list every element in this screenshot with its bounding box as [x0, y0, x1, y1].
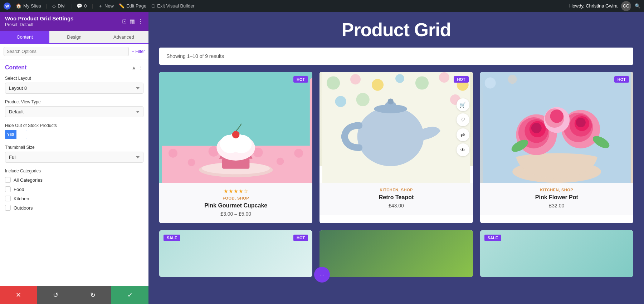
svg-point-31 — [388, 98, 394, 104]
cart-action-icon[interactable]: 🛒 — [457, 98, 469, 111]
admin-bar-new[interactable]: ＋ New — [98, 3, 114, 9]
include-categories-label: Include Categories — [5, 168, 143, 173]
cancel-button[interactable]: ✕ — [0, 286, 37, 304]
thumbnail-size-dropdown[interactable]: Full LargeMediumSmallThumbnail — [5, 152, 143, 163]
search-row: + Filter — [0, 44, 148, 59]
tab-design[interactable]: Design — [49, 31, 99, 43]
main-area: Woo Product Grid Settings Preset: Defaul… — [0, 12, 644, 304]
editpage-label: Edit Page — [126, 3, 146, 9]
admin-bar-exit-builder[interactable]: ⬡ Exit Visual Builder — [151, 3, 195, 9]
thumbnail-size-label: Thumbnail Size — [5, 145, 143, 150]
svg-point-18 — [327, 76, 340, 89]
hide-out-of-stock-toggle[interactable]: YES — [5, 130, 26, 139]
bottom-card-1-image: SALE HOT — [159, 230, 312, 277]
redo-button[interactable]: ↻ — [74, 286, 112, 304]
admin-bar-editpage[interactable]: ✏️ Edit Page — [119, 3, 146, 9]
tab-advanced[interactable]: Advanced — [99, 31, 148, 43]
price-flowerpot: £32.00 — [486, 203, 628, 209]
svg-point-34 — [508, 75, 517, 84]
svg-point-19 — [350, 74, 361, 84]
panel-layout-icon[interactable]: ▦ — [130, 18, 135, 25]
svg-point-2 — [169, 149, 177, 158]
admin-bar-divi[interactable]: ◇ Divi — [52, 3, 65, 9]
new-label: New — [104, 3, 114, 9]
category-checkbox-outdoors[interactable] — [5, 205, 11, 211]
tab-content[interactable]: Content — [0, 31, 49, 43]
product-info-cupcake: ★★★★☆ FOOD, SHOP Pink Gourmet Cupcake £3… — [159, 183, 312, 223]
admin-bar-comments[interactable]: 💬 0 — [77, 3, 87, 9]
section-collapse-icon[interactable]: ▲ — [131, 65, 136, 70]
quickview-action-icon[interactable]: 👁 — [457, 143, 469, 156]
admin-bar: W 🏠 My Sites | ◇ Divi | 💬 0 | ＋ New ✏️ E… — [0, 0, 644, 12]
comment-count: 0 — [84, 3, 87, 9]
product-card-teapot: HOT 🛒 ♡ ⇄ 👁 🛒 Add To Cart — [319, 72, 473, 223]
search-input[interactable] — [4, 47, 129, 56]
hot-badge-cupcake: HOT — [293, 76, 308, 83]
svg-point-3 — [188, 159, 195, 166]
svg-point-23 — [439, 72, 449, 83]
hot-badge-teapot: HOT — [454, 76, 468, 83]
svg-point-25 — [335, 96, 346, 107]
cupcake-illustration — [159, 72, 312, 183]
right-content: Product Grid Showing 1–10 of 9 results H… — [148, 12, 644, 304]
product-image-wrap-flowerpot: HOT — [480, 72, 633, 183]
exit-label: Exit Visual Builder — [157, 3, 195, 9]
product-grid: HOT — [159, 72, 633, 223]
redo-icon: ↻ — [90, 291, 96, 299]
svg-point-33 — [484, 78, 496, 89]
wishlist-action-icon[interactable]: ♡ — [457, 113, 469, 126]
filter-button[interactable]: + Filter — [132, 49, 145, 54]
search-icon[interactable]: 🔍 — [635, 3, 640, 9]
hot-badge-bottom1: HOT — [293, 235, 308, 241]
panel-menu-icon[interactable]: ⋮ — [138, 18, 143, 25]
name-cupcake: Pink Gourmet Cupcake — [165, 202, 307, 209]
svg-point-20 — [372, 79, 384, 91]
sale-badge-3: SALE — [484, 235, 501, 241]
category-item-kitchen: Kitchen — [5, 194, 143, 203]
svg-point-7 — [277, 158, 284, 165]
wp-logo-icon[interactable]: W — [4, 3, 11, 10]
dots-icon: ··· — [319, 271, 325, 279]
stars-cupcake: ★★★★☆ — [165, 188, 307, 195]
category-checkbox-all[interactable] — [5, 177, 11, 183]
compare-action-icon[interactable]: ⇄ — [457, 128, 469, 141]
product-view-type-dropdown[interactable]: Default Quick View Slide — [5, 106, 143, 117]
save-button[interactable]: ✓ — [111, 286, 148, 304]
exit-icon: ⬡ — [151, 3, 155, 9]
bottom-card-1: SALE HOT — [159, 230, 312, 277]
bottom-toolbar: ✕ ↺ ↻ ✓ — [0, 286, 148, 304]
sale-badge-1: SALE — [164, 235, 180, 241]
save-icon: ✓ — [127, 291, 133, 299]
content-section-title: Content — [5, 64, 26, 71]
admin-bar-mysites[interactable]: 🏠 My Sites — [16, 3, 41, 9]
comment-icon: 💬 — [77, 3, 82, 9]
select-layout-field: Select Layout Layout 8 Layout 1Layout 2L… — [5, 76, 143, 94]
thumbnail-size-field: Thumbnail Size Full LargeMediumSmallThum… — [5, 145, 143, 163]
category-item-all: All Categories — [5, 175, 143, 185]
category-checkbox-food[interactable] — [5, 186, 11, 192]
panel-header-left: Woo Product Grid Settings Preset: Defaul… — [5, 15, 73, 27]
teapot-illustration — [319, 72, 473, 183]
categories-cupcake: FOOD, SHOP — [165, 196, 307, 200]
bottom-card-3: SALE — [480, 230, 633, 277]
section-more-icon[interactable]: ⋮ — [138, 65, 143, 70]
category-label-food: Food — [14, 187, 24, 192]
svg-point-40 — [531, 123, 542, 133]
include-categories-field: Include Categories All Categories Food K… — [5, 168, 143, 212]
category-item-outdoors: Outdoors — [5, 203, 143, 212]
category-checkbox-kitchen[interactable] — [5, 196, 11, 201]
panel-header-icons: ⊡ ▦ ⋮ — [122, 18, 143, 25]
floating-dots-button[interactable]: ··· — [314, 267, 330, 283]
svg-point-22 — [415, 76, 429, 89]
panel-resize-icon[interactable]: ⊡ — [122, 18, 127, 25]
sep3: | — [92, 3, 93, 9]
svg-point-45 — [576, 118, 586, 127]
panel-tabs: Content Design Advanced — [0, 31, 148, 44]
select-layout-dropdown[interactable]: Layout 8 Layout 1Layout 2Layout 3 Layout… — [5, 83, 143, 94]
section-icons: ▲ ⋮ — [131, 65, 143, 70]
pencil-icon: ✏️ — [119, 3, 125, 9]
panel-preset[interactable]: Preset: Default — [5, 22, 73, 27]
undo-button[interactable]: ↺ — [37, 286, 74, 304]
product-info-flowerpot: KITCHEN, SHOP Pink Flower Pot £32.00 — [480, 183, 633, 215]
toggle-thumb — [16, 130, 26, 139]
